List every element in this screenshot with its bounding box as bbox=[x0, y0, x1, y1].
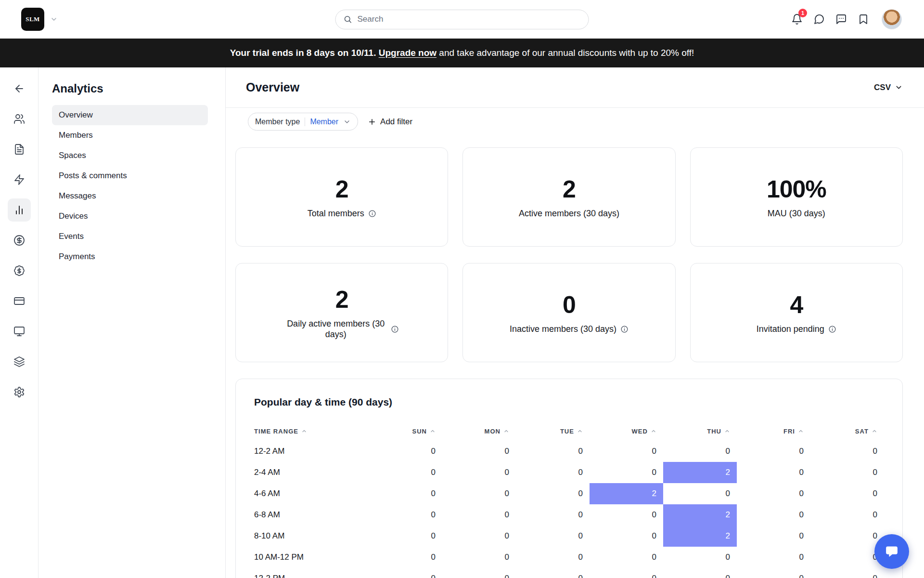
info-icon[interactable] bbox=[828, 325, 836, 333]
main-content: Overview CSV Member type Member bbox=[226, 67, 924, 578]
stat-label: Active members (30 days) bbox=[519, 208, 619, 219]
info-icon[interactable] bbox=[391, 325, 399, 333]
stat-card-active-members: 2 Active members (30 days) bbox=[462, 147, 675, 247]
gear-icon bbox=[13, 386, 25, 398]
column-header-mon[interactable]: MON bbox=[442, 428, 516, 435]
search-input[interactable] bbox=[358, 14, 581, 24]
rail-item-billing[interactable] bbox=[8, 289, 31, 313]
notifications-button[interactable]: 1 bbox=[788, 11, 806, 28]
info-icon[interactable] bbox=[368, 210, 376, 218]
plus-icon bbox=[368, 118, 376, 126]
sidebar-item-messages[interactable]: Messages bbox=[52, 186, 208, 206]
dollar-circle-icon bbox=[13, 235, 25, 246]
stat-value: 4 bbox=[790, 291, 803, 319]
rail-item-site[interactable] bbox=[8, 320, 31, 343]
upgrade-now-link[interactable]: Upgrade now bbox=[379, 48, 436, 58]
messages-button[interactable] bbox=[810, 11, 828, 28]
rail-item-settings[interactable] bbox=[8, 381, 31, 404]
heatmap-cell: 0 bbox=[516, 547, 590, 568]
heatmap-cell: 0 bbox=[737, 462, 810, 483]
column-header-sat[interactable]: SAT bbox=[810, 428, 884, 435]
heatmap-time-label: 8-10 AM bbox=[254, 525, 369, 547]
stat-card-inactive-members: 0 Inactive members (30 days) bbox=[462, 263, 675, 362]
filter-value: Member bbox=[310, 118, 338, 126]
filter-divider bbox=[305, 118, 305, 126]
column-header-tue[interactable]: TUE bbox=[516, 428, 590, 435]
filter-bar: Member type Member Add filter bbox=[226, 108, 924, 131]
heatmap-cell: 0 bbox=[737, 568, 810, 578]
rail-item-paywalls[interactable] bbox=[8, 229, 31, 252]
column-header-fri[interactable]: FRI bbox=[737, 428, 810, 435]
heatmap-row: 12-2 PM 0000000 bbox=[254, 568, 884, 578]
chevron-down-icon bbox=[343, 118, 351, 126]
feedback-bubble-icon bbox=[835, 13, 847, 25]
stat-value: 0 bbox=[563, 291, 576, 319]
chat-bubble-icon bbox=[885, 544, 899, 559]
heatmap-cell: 0 bbox=[737, 525, 810, 547]
heatmap-cell: 0 bbox=[737, 483, 810, 504]
member-type-filter[interactable]: Member type Member bbox=[248, 113, 358, 131]
heatmap-cell: 0 bbox=[516, 441, 590, 462]
sort-caret-icon bbox=[651, 428, 656, 434]
heatmap-cell: 2 bbox=[590, 483, 663, 504]
heatmap-time-label: 2-4 AM bbox=[254, 462, 369, 483]
chat-bubble-icon bbox=[813, 13, 825, 25]
user-avatar[interactable] bbox=[882, 9, 902, 29]
csv-export-button[interactable]: CSV bbox=[874, 83, 903, 92]
stat-card-mau: 100% MAU (30 days) bbox=[690, 147, 903, 247]
notification-badge: 1 bbox=[798, 9, 807, 17]
workspace-logo[interactable]: SLM bbox=[21, 8, 44, 31]
stat-label: Inactive members (30 days) bbox=[510, 324, 616, 335]
workspace-switcher[interactable]: SLM bbox=[21, 8, 58, 31]
heatmap-cell: 0 bbox=[516, 504, 590, 525]
info-icon[interactable] bbox=[620, 325, 629, 333]
add-filter-button[interactable]: Add filter bbox=[368, 117, 412, 127]
rail-item-workflows[interactable] bbox=[8, 350, 31, 373]
heatmap-row: 6-8 AM 0000200 bbox=[254, 504, 884, 525]
column-header-thu[interactable]: THU bbox=[663, 428, 737, 435]
arrow-left-icon bbox=[13, 83, 25, 94]
stat-label: Daily active members (30 days) bbox=[285, 318, 387, 340]
column-header-label: FRI bbox=[783, 428, 795, 435]
users-icon bbox=[13, 113, 25, 125]
sidebar-item-members[interactable]: Members bbox=[52, 125, 208, 145]
rail-item-payouts[interactable] bbox=[8, 259, 31, 282]
sidebar-item-spaces[interactable]: Spaces bbox=[52, 145, 208, 166]
column-header-wed[interactable]: WED bbox=[590, 428, 663, 435]
bar-chart-icon bbox=[13, 204, 25, 216]
layers-icon bbox=[13, 356, 25, 368]
rail-item-activity[interactable] bbox=[8, 168, 31, 191]
filter-field-label: Member type bbox=[255, 118, 300, 126]
sidebar-title: Analytics bbox=[52, 82, 208, 95]
sidebar-item-devices[interactable]: Devices bbox=[52, 206, 208, 226]
feedback-button[interactable] bbox=[833, 11, 850, 28]
column-header-label: MON bbox=[485, 428, 500, 435]
rail-item-analytics[interactable] bbox=[8, 198, 31, 222]
heatmap-time-label: 4-6 AM bbox=[254, 483, 369, 504]
heatmap-cell: 0 bbox=[590, 568, 663, 578]
heatmap-cell: 0 bbox=[369, 568, 442, 578]
heatmap-cell: 0 bbox=[516, 483, 590, 504]
heatmap-cell: 0 bbox=[369, 547, 442, 568]
sidebar-item-posts-comments[interactable]: Posts & comments bbox=[52, 166, 208, 186]
page-title: Overview bbox=[246, 80, 299, 94]
page-header: Overview CSV bbox=[226, 67, 924, 108]
trial-banner-text: Your trial ends in 8 days on 10/11. bbox=[230, 48, 379, 58]
sidebar-item-payments[interactable]: Payments bbox=[52, 247, 208, 267]
rail-item-content[interactable] bbox=[8, 138, 31, 161]
chat-launcher-button[interactable] bbox=[874, 534, 909, 569]
column-header-time-range[interactable]: TIME RANGE bbox=[254, 428, 369, 435]
collapse-sidebar-button[interactable] bbox=[8, 77, 31, 100]
column-header-sun[interactable]: SUN bbox=[369, 428, 442, 435]
heatmap-time-label: 12-2 AM bbox=[254, 441, 369, 462]
sidebar-item-events[interactable]: Events bbox=[52, 226, 208, 247]
heatmap-table: TIME RANGE SUN MON TUE WED THU FRI SAT 1… bbox=[254, 421, 884, 578]
rail-item-members[interactable] bbox=[8, 107, 31, 131]
bookmarks-button[interactable] bbox=[855, 11, 872, 28]
trial-banner-suffix: and take advantage of our annual discoun… bbox=[436, 48, 694, 58]
monitor-icon bbox=[13, 326, 25, 337]
nav-rail bbox=[0, 67, 38, 578]
heatmap-row: 8-10 AM 0000200 bbox=[254, 525, 884, 547]
sidebar-item-overview[interactable]: Overview bbox=[52, 105, 208, 125]
stat-value: 2 bbox=[335, 175, 348, 203]
